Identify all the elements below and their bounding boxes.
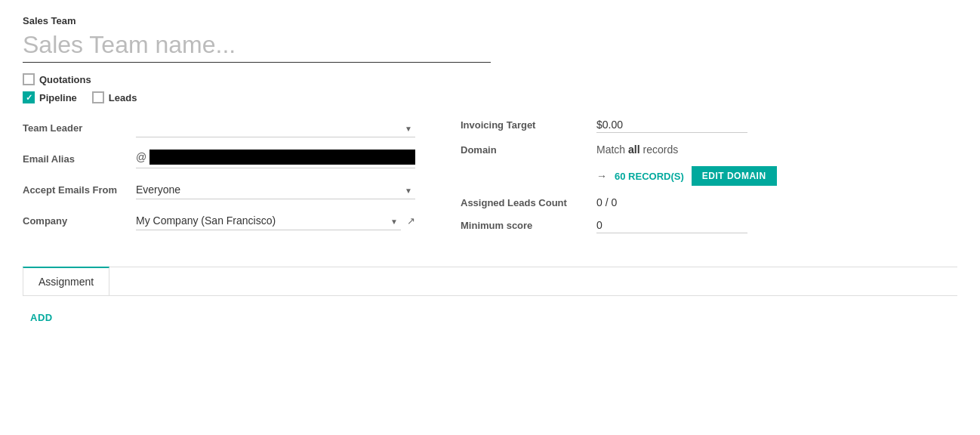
company-label: Company bbox=[23, 215, 136, 227]
quotations-label: Quotations bbox=[39, 74, 91, 85]
domain-label: Domain bbox=[461, 144, 596, 156]
pipeline-checkbox-box bbox=[23, 91, 35, 103]
tab-content-assignment: ADD bbox=[23, 295, 957, 338]
section-label: Sales Team bbox=[23, 15, 957, 26]
quotations-checkbox-box bbox=[23, 73, 35, 85]
domain-row: Domain Match all records bbox=[461, 143, 957, 156]
company-row: Company My Company (San Francisco) ▼ ↗ bbox=[23, 211, 415, 230]
pipeline-checkbox[interactable]: Pipeline bbox=[23, 91, 77, 103]
invoicing-target-value[interactable]: $0.00 bbox=[596, 119, 747, 133]
email-at-symbol: @ bbox=[136, 151, 146, 163]
leads-checkbox[interactable]: Leads bbox=[92, 91, 137, 103]
leads-checkbox-box bbox=[92, 91, 104, 103]
minimum-score-input[interactable] bbox=[596, 219, 747, 233]
company-select[interactable]: My Company (San Francisco) bbox=[136, 211, 401, 230]
assigned-leads-row: Assigned Leads Count 0 / 0 bbox=[461, 196, 957, 208]
company-external-link-icon[interactable]: ↗ bbox=[407, 215, 415, 227]
accept-emails-label: Accept Emails From bbox=[23, 184, 136, 196]
records-count-link[interactable]: 60 RECORD(S) bbox=[615, 171, 684, 182]
email-alias-input[interactable] bbox=[149, 150, 415, 165]
edit-domain-button[interactable]: EDIT DOMAIN bbox=[692, 166, 777, 186]
team-name-input[interactable] bbox=[23, 31, 491, 63]
leads-label: Leads bbox=[109, 92, 137, 103]
tabs-section: Assignment ADD bbox=[23, 267, 957, 338]
minimum-score-row: Minimum score bbox=[461, 219, 957, 233]
team-leader-select[interactable] bbox=[136, 119, 415, 137]
team-leader-field[interactable]: ▼ bbox=[136, 119, 415, 137]
team-leader-label: Team Leader bbox=[23, 122, 136, 134]
minimum-score-label: Minimum score bbox=[461, 220, 596, 231]
company-field[interactable]: My Company (San Francisco) ▼ bbox=[136, 211, 401, 230]
email-alias-label: Email Alias bbox=[23, 153, 136, 165]
invoicing-target-label: Invoicing Target bbox=[461, 119, 596, 131]
invoicing-target-row: Invoicing Target $0.00 bbox=[461, 119, 957, 133]
quotations-checkbox[interactable]: Quotations bbox=[23, 73, 91, 85]
add-button[interactable]: ADD bbox=[30, 312, 53, 323]
tab-strip: Assignment bbox=[23, 267, 957, 295]
assigned-leads-value: 0 / 0 bbox=[596, 196, 617, 208]
email-alias-field: @ bbox=[136, 150, 415, 168]
accept-emails-field[interactable]: Everyone Authenticated Users Followers O… bbox=[136, 180, 415, 199]
records-row: → 60 RECORD(S) EDIT DOMAIN bbox=[596, 166, 957, 186]
domain-value: Match all records bbox=[596, 143, 678, 156]
accept-emails-row: Accept Emails From Everyone Authenticate… bbox=[23, 180, 415, 199]
team-leader-row: Team Leader ▼ bbox=[23, 119, 415, 137]
records-arrow-icon: → bbox=[596, 170, 607, 182]
email-alias-row: Email Alias @ bbox=[23, 150, 415, 168]
pipeline-label: Pipeline bbox=[39, 92, 77, 103]
accept-emails-select[interactable]: Everyone Authenticated Users Followers O… bbox=[136, 180, 415, 199]
tab-assignment[interactable]: Assignment bbox=[23, 267, 109, 295]
assigned-leads-label: Assigned Leads Count bbox=[461, 197, 596, 208]
